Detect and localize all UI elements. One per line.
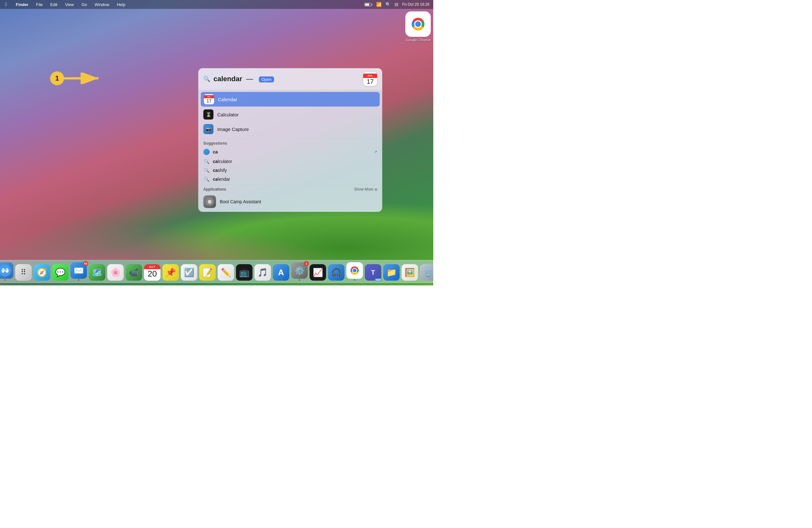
divider-2 xyxy=(203,184,377,185)
svg-text:⊞: ⊞ xyxy=(208,199,212,204)
cal-dock-month: OCT xyxy=(144,264,160,269)
query-text: calendar xyxy=(214,75,242,83)
spotlight-query[interactable]: calendar — Open xyxy=(214,75,360,83)
calendar-preview-icon: JUL 17 xyxy=(363,72,377,86)
finder-menu[interactable]: Finder xyxy=(15,2,30,8)
safari-icon: 🧭 xyxy=(34,264,50,281)
dock-notes[interactable]: 📝 xyxy=(199,264,216,281)
result-calculator[interactable]: ⌛ Calculator xyxy=(198,107,382,122)
photos-icon: 🌸 xyxy=(107,264,124,281)
dock-appstore[interactable]: A xyxy=(273,264,289,281)
dock-mail[interactable]: ✉️ 63 xyxy=(70,262,87,281)
dock-reminders[interactable]: ☑️ xyxy=(181,264,197,281)
chrome-desktop-label: Google Chrome xyxy=(406,38,431,42)
spotlight-search-icon: 🔍 xyxy=(203,75,210,83)
stocks-icon: 📈 xyxy=(309,264,326,281)
dock-calendar[interactable]: OCT 20 xyxy=(144,264,160,281)
dock-messages[interactable]: 💬 xyxy=(52,264,69,281)
file-menu[interactable]: File xyxy=(35,2,44,8)
battery-icon xyxy=(364,3,372,6)
dock-appletv[interactable]: 📺 xyxy=(236,264,252,281)
stickies-icon: 📌 xyxy=(162,264,179,281)
settings-dot xyxy=(299,279,300,281)
suggestion-text-ca: ca xyxy=(213,149,218,155)
svg-point-13 xyxy=(2,269,3,270)
spotlight-search-bar[interactable]: 🔍 calendar — Open JUL 17 xyxy=(198,68,382,90)
step-arrow xyxy=(63,73,102,84)
wifi-icon[interactable]: 📶 xyxy=(376,2,381,7)
bluetooth-icon: 🎧 xyxy=(328,264,345,281)
dock-maps[interactable]: 🗺️ xyxy=(89,264,105,281)
show-more-icon: ⊞ xyxy=(375,188,377,191)
view-menu[interactable]: View xyxy=(64,2,75,8)
maps-icon: 🗺️ xyxy=(89,264,105,281)
dock-stocks[interactable]: 📈 xyxy=(309,264,326,281)
suggestion-calculator[interactable]: 🔍 calculator xyxy=(198,157,382,166)
svg-point-11 xyxy=(2,268,5,273)
datetime: Fri Oct 20 16:26 xyxy=(402,2,430,7)
spotlight-results: JUL 17 Calendar ⌛ Calculator 📷 xyxy=(198,90,382,212)
suggestion-text-calculator: calculator xyxy=(213,159,232,164)
dock-chrome[interactable] xyxy=(346,262,363,281)
dock-bluetooth[interactable]: 🎧 xyxy=(328,264,345,281)
dock-finder[interactable] xyxy=(0,262,13,281)
settings-badge: 1 xyxy=(304,261,309,266)
cal-dock-date: 20 xyxy=(148,269,157,278)
dock-photos[interactable]: 🌸 xyxy=(107,264,124,281)
dock-files[interactable]: 📁 xyxy=(383,264,400,281)
spotlight-menubar-icon[interactable]: 🔍 xyxy=(386,2,391,7)
suggestion-calendar[interactable]: 🔍 calendar xyxy=(198,175,382,184)
dock-trash[interactable]: 🗑️ xyxy=(420,264,433,281)
applications-header: Applications xyxy=(203,187,226,192)
dock-freeform[interactable]: ✏️ xyxy=(218,264,234,281)
settings-icon: ⚙️ 1 xyxy=(291,262,308,279)
dock-facetime[interactable]: 📹 xyxy=(126,264,142,281)
menubar-right: 📶 🔍 ⊟ Fri Oct 20 16:26 xyxy=(364,2,430,7)
go-menu[interactable]: Go xyxy=(80,2,88,8)
result-calendar[interactable]: JUL 17 Calendar xyxy=(201,92,380,106)
image-capture-app-name: Image Capture xyxy=(217,127,249,132)
mail-icon: ✉️ 63 xyxy=(70,262,87,279)
image-capture-app-icon: 📷 xyxy=(203,124,214,134)
globe-icon: 🌐 xyxy=(203,149,210,155)
dock-settings[interactable]: ⚙️ 1 xyxy=(291,262,308,281)
cal-result-top: JUL xyxy=(204,95,214,98)
spotlight-search: 🔍 calendar — Open JUL 17 JUL 17 xyxy=(198,68,382,212)
result-bootcamp[interactable]: ⊞ Boot Camp Assistant xyxy=(198,193,382,212)
control-center-icon[interactable]: ⊟ xyxy=(395,2,398,7)
search-icon-calc: 🔍 xyxy=(203,159,210,164)
dock-inner: ⠿ 🧭 💬 ✉️ 63 xyxy=(0,260,433,283)
finder-icon xyxy=(0,262,13,279)
dock-launchpad[interactable]: ⠿ xyxy=(15,264,32,281)
appletv-icon: 📺 xyxy=(236,264,252,281)
svg-point-5 xyxy=(415,21,421,27)
help-menu[interactable]: Help xyxy=(115,2,127,8)
appstore-icon: A xyxy=(273,264,289,281)
freeform-icon: ✏️ xyxy=(218,264,234,281)
dock-stickies[interactable]: 📌 xyxy=(162,264,179,281)
bootcamp-icon: ⊞ xyxy=(203,195,216,208)
chrome-desktop-icon[interactable]: Google Chrome xyxy=(405,11,431,42)
dock-preview[interactable]: 🖼️ xyxy=(402,264,418,281)
open-badge: Open xyxy=(259,76,274,83)
launchpad-icon: ⠿ xyxy=(15,264,32,281)
trash-icon: 🗑️ xyxy=(420,264,433,281)
preview-icon: 🖼️ xyxy=(402,264,418,281)
calculator-app-name: Calculator xyxy=(217,112,239,117)
apple-menu[interactable]:  xyxy=(4,1,8,8)
suggestion-text-cashify: cashify xyxy=(213,168,227,173)
calendar-app-icon: JUL 17 xyxy=(204,94,214,104)
dock-teams[interactable]: T NEW xyxy=(365,264,381,281)
cal-month-label: JUL xyxy=(363,74,377,78)
music-icon: 🎵 xyxy=(255,264,271,281)
edit-menu[interactable]: Edit xyxy=(49,2,59,8)
finder-dot xyxy=(4,279,6,281)
dock-safari[interactable]: 🧭 xyxy=(34,264,50,281)
suggestion-cashify[interactable]: 🔍 cashify xyxy=(198,166,382,175)
show-more-button[interactable]: Show More ⊞ xyxy=(354,187,377,192)
dock-music[interactable]: 🎵 xyxy=(255,264,271,281)
app-results: JUL 17 Calendar ⌛ Calculator 📷 xyxy=(198,90,382,138)
result-image-capture[interactable]: 📷 Image Capture xyxy=(198,122,382,136)
suggestion-ca[interactable]: 🌐 ca ↗ xyxy=(198,147,382,157)
window-menu[interactable]: Window xyxy=(93,2,111,8)
